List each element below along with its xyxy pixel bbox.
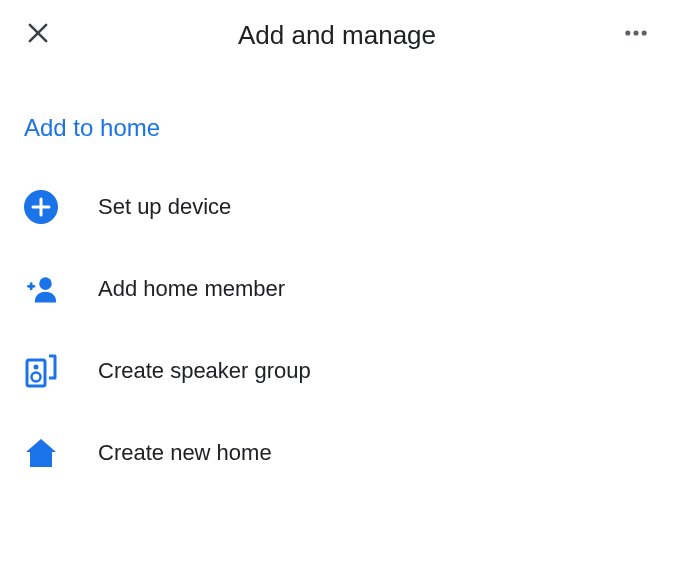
menu-item-label: Create speaker group [98,358,311,384]
home-icon [24,436,58,470]
svg-point-2 [625,30,630,35]
section-header-add-to-home: Add to home [0,70,680,166]
svg-point-13 [32,373,41,382]
add-person-icon [24,272,58,306]
more-button[interactable] [616,15,656,55]
page-title: Add and manage [58,20,616,51]
svg-point-12 [34,365,39,370]
svg-point-10 [39,277,52,290]
menu-item-label: Add home member [98,276,285,302]
menu-item-add-home-member[interactable]: Add home member [0,248,680,330]
close-icon [24,19,52,51]
svg-point-4 [642,30,647,35]
menu-item-create-speaker-group[interactable]: Create speaker group [0,330,680,412]
more-horizontal-icon [622,19,650,51]
menu-item-create-new-home[interactable]: Create new home [0,412,680,494]
svg-point-3 [633,30,638,35]
menu-item-label: Create new home [98,440,272,466]
plus-circle-icon [24,190,58,224]
menu-list: Set up device Add home member Create spe… [0,166,680,494]
menu-item-set-up-device[interactable]: Set up device [0,166,680,248]
menu-item-label: Set up device [98,194,231,220]
close-button[interactable] [18,15,58,55]
speaker-group-icon [24,354,58,388]
header: Add and manage [0,0,680,70]
